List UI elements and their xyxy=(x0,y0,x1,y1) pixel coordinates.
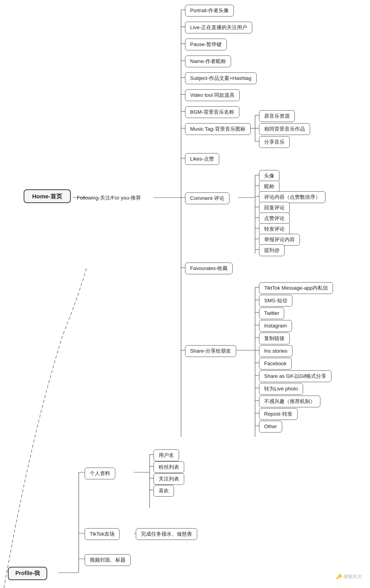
comment-node: Comment-评论 xyxy=(185,192,229,204)
share-not-interested: 不感兴趣（推荐机制） xyxy=(259,396,320,407)
fans-list-node: 粉丝列表 xyxy=(154,461,184,473)
share-copy-link: 复制链接 xyxy=(259,333,290,344)
mindmap: Home-首页 Following-关注/For you-推荐 Portrait… xyxy=(0,0,370,588)
home-root-label: Home-首页 xyxy=(32,193,63,200)
comment-mention: 提到@ xyxy=(259,244,285,256)
share-instagram: Instagram xyxy=(259,320,292,332)
farm-task-node: 完成任务领水、做慈善 xyxy=(136,528,197,540)
video-cover-node: 视频封面、标题 xyxy=(85,554,131,566)
profile-root-node: Profile-我 xyxy=(8,567,47,580)
likes-node: Likes-点赞 xyxy=(185,153,219,165)
portrait-node: Portrait-作者头像 xyxy=(185,5,234,17)
music-original-node: 原音乐资源 xyxy=(259,110,295,122)
share-facebook: Facebook xyxy=(259,358,292,370)
follow-list-node: 关注列表 xyxy=(154,473,184,485)
profile-root-label: Profile-我 xyxy=(15,570,40,576)
subject-node: Subject-作品文案+Hashtag xyxy=(185,72,257,84)
share-sms: SMS-短信 xyxy=(259,295,292,307)
share-tiktok-msg: TiktTok Message-app内私信 xyxy=(259,282,333,294)
home-root-node: Home-首页 xyxy=(24,189,71,203)
share-node: Share-分享给朋友 xyxy=(185,345,236,357)
comment-content: 评论内容（点赞数排序） xyxy=(259,191,326,203)
share-repost: Repost-转发 xyxy=(259,408,298,420)
comment-nickname: 昵称 xyxy=(259,181,279,192)
comment-avatar: 头像 xyxy=(259,170,279,182)
share-gif: Share as Gif-以Gif格式分享 xyxy=(259,370,331,382)
share-ins-stories: Ins stories xyxy=(259,345,292,357)
share-live-photo: 转为Live photo xyxy=(259,383,303,395)
comment-report: 举报评论内容 xyxy=(259,234,300,246)
share-other: Other xyxy=(259,421,282,433)
comment-reply: 回复评论 xyxy=(259,202,290,214)
music-tag-node: Music Tag-背景音乐图标 xyxy=(185,123,251,135)
personal-info-node: 个人资料 xyxy=(85,468,115,479)
likes-list-node: 喜欢 xyxy=(154,485,174,497)
tiktok-farm-node: TikTok农场 xyxy=(85,528,120,540)
bgm-node: BGM-背景音乐名称 xyxy=(185,106,239,118)
comment-repost: 转发评论 xyxy=(259,223,290,235)
pause-node: Pause-暂停键 xyxy=(185,39,227,50)
name-node: Name-作者昵称 xyxy=(185,55,231,67)
favourates-node: Favourates-收藏 xyxy=(185,263,233,274)
username-node: 用户名 xyxy=(154,449,179,461)
share-twitter: Twitter xyxy=(259,307,284,319)
watermark: 🔑 便核刘大 xyxy=(336,573,362,580)
video-tool-node: Video tool 同款道具 xyxy=(185,89,240,101)
music-same-node: 相同背景音乐作品 xyxy=(259,123,310,135)
comment-like: 点赞评论 xyxy=(259,213,290,224)
following-label: Following-关注/For you-推荐 xyxy=(77,194,141,202)
music-share-node: 分享音乐 xyxy=(259,136,290,148)
live-node: Live-正在直播的关注用户 xyxy=(185,22,252,33)
